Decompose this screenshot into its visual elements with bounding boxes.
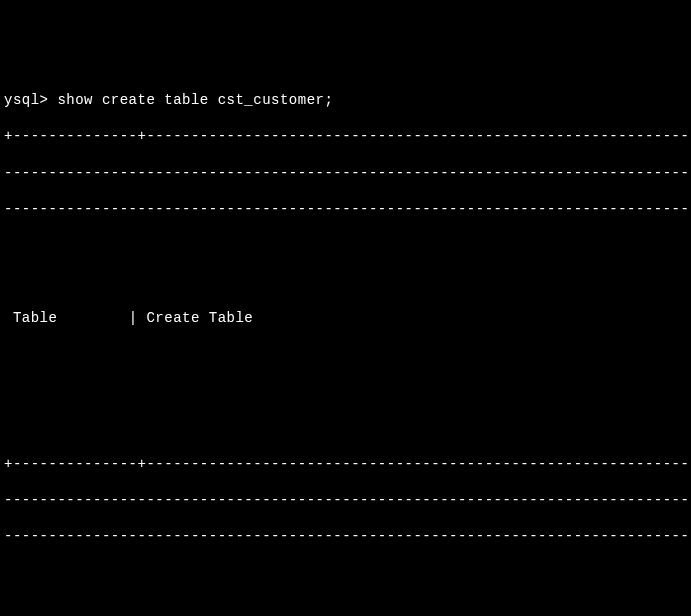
blank-line (4, 236, 687, 254)
separator: ----------------------------------------… (4, 527, 687, 545)
separator: +--------------+------------------------… (4, 127, 687, 145)
mysql-terminal-output: ysql> show create table cst_customer; +-… (0, 73, 691, 616)
separator: ----------------------------------------… (4, 491, 687, 509)
separator: +--------------+------------------------… (4, 455, 687, 473)
pipe-separator: | (129, 310, 147, 326)
blank-line (4, 418, 687, 436)
header-col-create: Create Table (146, 310, 253, 326)
separator: ----------------------------------------… (4, 200, 687, 218)
header-col-table: Table (4, 310, 129, 326)
blank-line (4, 346, 687, 364)
separator: ----------------------------------------… (4, 164, 687, 182)
blank-line (4, 600, 687, 616)
blank-line (4, 564, 687, 582)
mysql-prompt-line: ysql> show create table cst_customer; (4, 91, 687, 109)
blank-line (4, 273, 687, 291)
blank-line (4, 382, 687, 400)
table-header-row: Table | Create Table (4, 309, 687, 327)
